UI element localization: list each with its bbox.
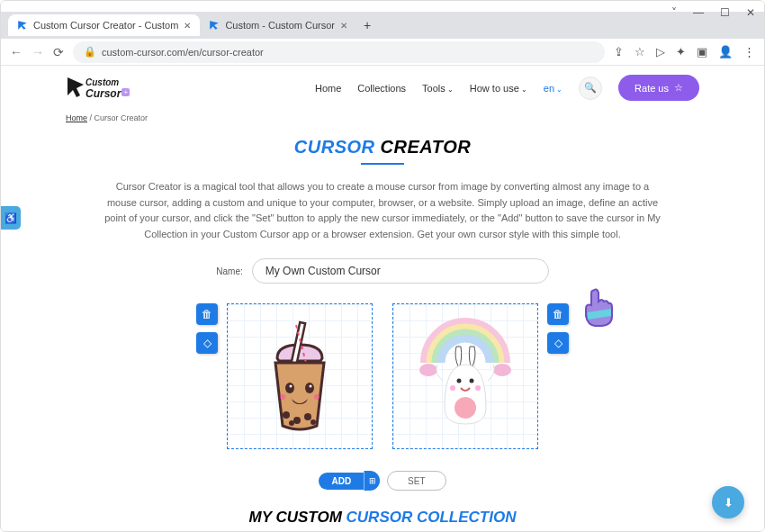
svg-point-22	[475, 385, 481, 391]
boba-cup-image	[241, 318, 358, 435]
download-icon: ⬇	[724, 496, 734, 509]
tab-close-icon[interactable]: ✕	[184, 21, 191, 31]
search-icon[interactable]: 🔍	[579, 77, 602, 100]
svg-point-9	[310, 385, 312, 388]
svg-point-17	[419, 364, 437, 376]
svg-point-23	[454, 397, 476, 419]
tab-cursor-creator[interactable]: Custom Cursor Creator - Custom ✕	[8, 14, 200, 36]
svg-text:Custom: Custom	[86, 77, 119, 87]
canvas-cursor[interactable]	[227, 303, 373, 449]
extensions-icon[interactable]: ✦	[676, 45, 686, 59]
share-icon[interactable]: ⇪	[614, 45, 624, 59]
site-navbar: Custom Cursor + Home Collections Tools⌄ …	[1, 66, 764, 110]
window-controls: ˅ — ☐ ✕	[671, 6, 755, 19]
page-description: Cursor Creator is a magical tool that al…	[104, 179, 662, 242]
panel-icon[interactable]: ▣	[697, 45, 707, 59]
close-icon[interactable]: ✕	[746, 6, 755, 19]
breadcrumb-home[interactable]: Home	[66, 113, 87, 122]
nav-tools[interactable]: Tools⌄	[422, 83, 454, 94]
minimize-icon[interactable]: —	[693, 6, 704, 19]
nav-collections[interactable]: Collections	[357, 83, 406, 94]
page-title: CURSOR CREATOR	[1, 137, 764, 158]
accessibility-icon: ♿	[4, 212, 17, 224]
profile-icon[interactable]: 👤	[718, 45, 733, 59]
eraser-icon: ◇	[203, 337, 212, 349]
tab-close-icon[interactable]: ✕	[340, 21, 347, 31]
svg-point-16	[310, 419, 316, 425]
back-icon[interactable]: ←	[10, 45, 22, 59]
caret-down-icon[interactable]: ˅	[671, 6, 677, 19]
svg-point-18	[493, 364, 511, 376]
name-input[interactable]	[252, 258, 549, 284]
ext-cursor-icon[interactable]: ▷	[656, 45, 665, 59]
collection-title: MY CUSTOM CURSOR COLLECTION	[1, 509, 764, 527]
new-tab-button[interactable]: +	[356, 14, 378, 36]
tab-title: Custom Cursor Creator - Custom	[33, 20, 178, 31]
breadcrumb-current: Cursor Creator	[94, 113, 148, 122]
svg-text:+: +	[124, 88, 129, 96]
menu-icon[interactable]: ⋮	[743, 45, 755, 59]
svg-point-8	[290, 385, 292, 388]
svg-point-20	[470, 379, 474, 383]
svg-point-14	[304, 413, 311, 420]
tab-strip: Custom Cursor Creator - Custom ✕ Custom …	[1, 12, 764, 39]
nav-lang[interactable]: en⌄	[544, 83, 562, 94]
svg-point-13	[293, 417, 301, 424]
trash-icon: 🗑	[553, 308, 563, 320]
name-label: Name:	[216, 266, 242, 276]
rate-button[interactable]: Rate us☆	[618, 75, 699, 101]
svg-text:Cursor: Cursor	[86, 87, 122, 100]
svg-point-19	[457, 379, 462, 383]
svg-point-21	[450, 385, 455, 391]
maximize-icon[interactable]: ☐	[720, 6, 730, 19]
set-button[interactable]: SET	[387, 471, 446, 491]
accessibility-fab[interactable]: ♿	[1, 206, 21, 230]
favicon-icon	[17, 20, 28, 31]
erase-right-button[interactable]: ◇	[547, 332, 569, 354]
forward-icon: →	[32, 45, 44, 59]
breadcrumb: Home / Cursor Creator	[1, 110, 764, 126]
trash-icon: 🗑	[202, 308, 212, 320]
svg-point-15	[289, 420, 294, 426]
star-icon: ☆	[674, 82, 683, 94]
download-fab[interactable]: ⬇	[712, 486, 744, 518]
tab-title: Custom - Custom Cursor	[225, 20, 335, 31]
nav-home[interactable]: Home	[315, 83, 341, 94]
lock-icon: 🔒	[84, 46, 96, 58]
bunny-rainbow-image	[407, 318, 524, 435]
canvas-pointer[interactable]	[392, 303, 538, 449]
tab-custom[interactable]: Custom - Custom Cursor ✕	[200, 14, 356, 36]
logo[interactable]: Custom Cursor +	[66, 76, 130, 101]
delete-right-button[interactable]: 🗑	[547, 303, 569, 325]
favicon-icon	[209, 20, 220, 31]
reload-icon[interactable]: ⟳	[53, 45, 64, 59]
add-button[interactable]: ADD	[319, 473, 364, 490]
svg-point-12	[283, 411, 290, 419]
address-bar: ← → ⟳ 🔒 custom-cursor.com/en/cursor-crea…	[1, 39, 764, 66]
svg-point-6	[285, 383, 294, 393]
url-text: custom-cursor.com/en/cursor-creator	[102, 47, 264, 58]
svg-point-11	[314, 394, 320, 400]
bookmark-icon[interactable]: ☆	[634, 45, 645, 59]
windows-icon: ⊞	[369, 476, 376, 485]
svg-point-10	[280, 394, 285, 400]
nav-howto[interactable]: How to use⌄	[470, 83, 527, 94]
delete-left-button[interactable]: 🗑	[196, 303, 218, 325]
eraser-icon: ◇	[554, 337, 562, 349]
erase-left-button[interactable]: ◇	[196, 332, 218, 354]
address-field[interactable]: 🔒 custom-cursor.com/en/cursor-creator	[73, 41, 605, 63]
add-platform-toggle[interactable]: ⊞	[364, 471, 380, 491]
svg-point-7	[305, 383, 314, 393]
